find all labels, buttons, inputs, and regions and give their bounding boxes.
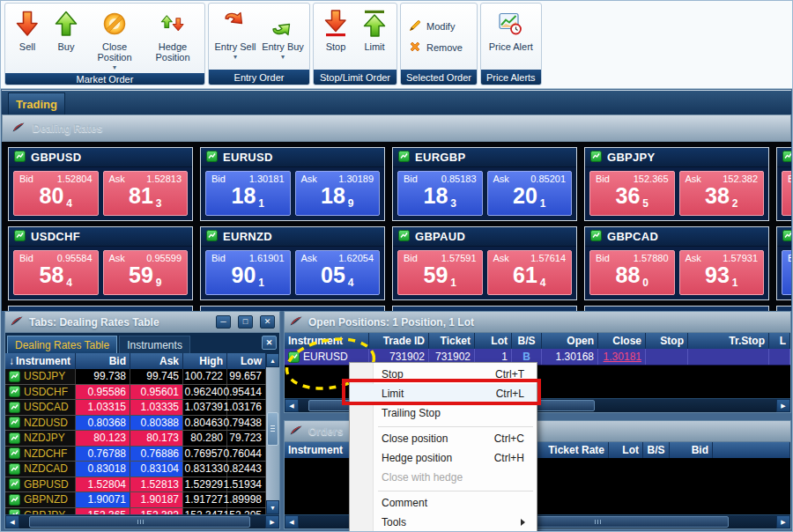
column-header-lot[interactable]: Lot <box>609 442 643 458</box>
ask-cell[interactable]: 0.83104 <box>130 462 183 477</box>
stop-order-button[interactable]: Stop <box>317 5 354 70</box>
column-header-ticket[interactable]: Ticket <box>429 333 475 349</box>
ask-price-button[interactable]: Ask1.57614 614 <box>487 250 573 295</box>
context-menu-item[interactable]: Hedge position Ctrl+H <box>350 448 537 468</box>
scrollbar-thumb[interactable] <box>267 412 278 446</box>
ask-cell[interactable]: 80.173 <box>130 431 183 446</box>
vertical-scrollbar[interactable]: ▲ ▼ <box>266 353 279 514</box>
column-header-open[interactable]: Open <box>542 333 598 349</box>
table-row[interactable]: USDJPY 99.738 99.745 100.722 99.657 <box>5 369 266 385</box>
ask-cell[interactable]: 99.745 <box>130 369 183 384</box>
table-row[interactable]: NZDCHF 0.76788 0.76886 0.76957 0.76044 <box>5 447 266 462</box>
price-alert-button[interactable]: Price Alert <box>485 5 537 70</box>
bid-cell[interactable]: 0.76788 <box>76 447 130 462</box>
column-header-high[interactable]: High <box>183 353 227 369</box>
table-row[interactable]: NZDCAD 0.83018 0.83104 0.83133 0.82443 <box>5 462 266 477</box>
bid-price-button[interactable]: Bid152.365 365 <box>589 171 675 216</box>
table-row[interactable]: NZDUSD 0.80368 0.80388 0.80463 0.79438 <box>5 416 266 432</box>
bid-price-button[interactable]: Bid 7 <box>782 171 791 216</box>
context-menu-item[interactable] <box>350 423 537 429</box>
bid-cell[interactable]: 1.03315 <box>76 400 130 415</box>
ask-price-button[interactable]: Ask1.62054 054 <box>295 250 381 295</box>
column-header-ticket-rate[interactable]: Ticket Rate <box>537 442 609 458</box>
entry-buy-button[interactable]: Entry Buy <box>260 5 306 70</box>
column-header-bs[interactable]: B/S <box>512 333 542 349</box>
bid-price-button[interactable]: Bid1.52804 804 <box>13 171 99 216</box>
table-row[interactable]: USDCAD 1.03315 1.03335 1.03739 1.03176 <box>5 400 266 416</box>
scroll-right-icon[interactable]: ▶ <box>776 515 790 528</box>
bid-price-button[interactable]: Bid0.85183 183 <box>397 171 483 216</box>
bid-cell[interactable]: 152.365 <box>76 508 130 515</box>
minimize-icon[interactable]: ─ <box>216 315 231 329</box>
context-menu-item[interactable]: Comment <box>350 493 537 513</box>
buy-button[interactable]: Buy <box>48 5 85 73</box>
context-menu-item[interactable]: Close position Ctrl+C <box>350 429 537 448</box>
bid-cell[interactable]: 80.123 <box>76 431 130 446</box>
column-header-bs[interactable]: B/S <box>643 442 670 458</box>
ask-price-button[interactable]: Ask1.30189 189 <box>295 171 381 216</box>
limit-order-button[interactable]: Limit <box>356 5 393 70</box>
column-header-ask[interactable]: Ask <box>130 353 183 369</box>
ask-cell[interactable]: 0.80388 <box>130 416 183 431</box>
context-menu-item[interactable]: Close with hedge <box>350 468 537 487</box>
scroll-right-icon[interactable]: ▶ <box>265 515 279 528</box>
ask-price-button[interactable]: Ask0.95599 599 <box>103 250 189 295</box>
context-menu-item[interactable]: Trailing Stop <box>350 403 537 423</box>
tab-trading[interactable]: Trading <box>8 92 65 115</box>
column-header-lot[interactable]: Lot <box>475 333 512 349</box>
column-header-instrument[interactable]: Instrument <box>5 353 76 369</box>
scrollbar-thumb[interactable] <box>29 516 250 528</box>
hedge-position-button[interactable]: Hedge Position <box>145 5 201 73</box>
scroll-left-icon[interactable]: ◀ <box>5 515 19 528</box>
table-row[interactable]: GBPJPY 152.365 152.382 152.347 152.205 <box>5 508 266 515</box>
bid-cell[interactable]: 1.52804 <box>76 477 130 492</box>
column-header-close[interactable]: Close <box>598 333 646 349</box>
ask-price-button[interactable]: Ask1.57931 931 <box>679 250 765 295</box>
bid-price-button[interactable]: Bid1.57591 591 <box>397 250 483 295</box>
ask-cell[interactable]: 0.95601 <box>130 385 183 400</box>
close-rate-cell[interactable]: 1.30181 <box>598 349 646 365</box>
scroll-right-icon[interactable]: ▶ <box>776 399 790 412</box>
column-header-tr-stop[interactable]: Tr.Stop <box>688 333 769 349</box>
table-row[interactable]: USDCHF 0.95586 0.95601 0.96240 0.95414 <box>5 385 266 401</box>
column-header-bid[interactable]: Bid <box>76 353 130 369</box>
column-header-limit-clipped[interactable]: L <box>769 333 790 349</box>
bid-cell[interactable]: 0.80368 <box>76 416 130 431</box>
ask-price-button[interactable]: Ask0.85201 201 <box>487 171 573 216</box>
horizontal-scrollbar[interactable]: ◀ ▶ <box>5 514 279 528</box>
ask-cell[interactable]: 0.76886 <box>130 447 183 462</box>
tab-close-icon[interactable]: ✕ <box>262 336 277 350</box>
ask-cell[interactable]: 1.90187 <box>130 492 183 507</box>
scroll-up-icon[interactable]: ▲ <box>266 353 279 367</box>
column-header-stop[interactable]: Stop <box>646 333 688 349</box>
column-header-low[interactable]: Low <box>227 353 266 369</box>
column-header-bid[interactable]: Bid <box>670 442 713 458</box>
context-menu-item[interactable]: Tools <box>350 513 537 532</box>
bid-cell[interactable]: 99.738 <box>76 369 130 384</box>
bid-price-button[interactable]: Bid1.61901 901 <box>205 250 291 295</box>
bid-price-button[interactable]: Bid 0 <box>782 250 791 295</box>
bid-price-button[interactable]: Bid1.57880 880 <box>589 250 675 295</box>
bid-cell[interactable]: 0.95586 <box>76 385 130 400</box>
close-icon[interactable]: ✕ <box>260 315 275 329</box>
scroll-left-icon[interactable]: ◀ <box>285 515 299 528</box>
bid-cell[interactable]: 0.83018 <box>76 462 130 477</box>
scroll-left-icon[interactable]: ◀ <box>285 399 299 412</box>
table-row[interactable]: GBPNZD 1.90071 1.90187 1.91727 1.89998 <box>5 492 266 508</box>
maximize-icon[interactable]: □ <box>238 315 253 329</box>
bid-cell[interactable]: 1.90071 <box>76 492 130 507</box>
tab-dealing-rates-table[interactable]: Dealing Rates Table <box>7 336 117 353</box>
tab-instruments[interactable]: Instruments <box>119 336 190 353</box>
ask-cell[interactable]: 1.03335 <box>130 400 183 415</box>
scroll-down-icon[interactable]: ▼ <box>266 500 279 514</box>
entry-sell-button[interactable]: Entry Sell <box>212 5 258 70</box>
context-menu-item[interactable] <box>350 487 537 493</box>
modify-button[interactable]: Modify <box>408 18 455 34</box>
bid-price-button[interactable]: Bid0.95584 584 <box>13 250 99 295</box>
ask-cell[interactable]: 1.52813 <box>130 477 183 492</box>
table-row[interactable]: NZDJPY 80.123 80.173 80.280 79.723 <box>5 431 266 447</box>
ask-price-button[interactable]: Ask1.52813 813 <box>103 171 189 216</box>
remove-button[interactable]: Remove <box>408 40 463 55</box>
ask-cell[interactable]: 152.382 <box>130 508 183 515</box>
sell-button[interactable]: Sell <box>9 5 46 73</box>
